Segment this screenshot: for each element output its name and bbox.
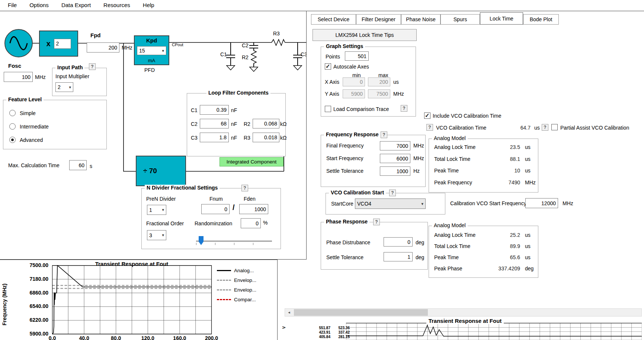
- pren-divider-combo[interactable]: 1 ▾: [147, 205, 166, 215]
- schematic-panel: x Fpd MHz Kpd 15 ▾ mA PFD CPout C1 C2 R2…: [0, 11, 307, 260]
- r3-input[interactable]: [253, 133, 279, 142]
- fractional-order-label: Fractional Order: [146, 220, 184, 226]
- r3-row-label: R3: [244, 135, 250, 141]
- max-calc-time-input[interactable]: [69, 160, 87, 170]
- y-tick-label: 6220.00: [22, 317, 48, 323]
- phase-response-groupbox: Phase Response ? Phase Distrubance deg S…: [321, 222, 428, 270]
- partial-assist-help-button[interactable]: ?: [542, 124, 548, 131]
- randomization-input[interactable]: [241, 218, 261, 228]
- r3-resistor-symbol: [272, 39, 285, 45]
- fnum-input[interactable]: [201, 204, 230, 214]
- legend-label: Compar...: [234, 297, 256, 302]
- settle-tolerance-input[interactable]: [380, 166, 410, 176]
- vco-cal-time-help-button[interactable]: ?: [426, 124, 433, 131]
- lock-time-tips-button[interactable]: LMX2594 Lock Time Tips: [313, 29, 417, 41]
- mini-transient-chart: [346, 323, 642, 340]
- transient-chart-panel: Transient Response at Fout Frequency (MH…: [0, 260, 278, 340]
- phase-analog-lock-time-label: Analog Lock Time: [434, 232, 475, 238]
- points-input[interactable]: [345, 51, 369, 61]
- menu-file[interactable]: File: [1, 0, 23, 10]
- include-vco-cal-checkbox[interactable]: [424, 112, 430, 119]
- frequency-response-title: Frequency Response: [324, 131, 381, 137]
- vco-cal-time-label: VCO Calibration Time: [436, 125, 486, 131]
- start-frequency-input[interactable]: [380, 154, 410, 163]
- cal-vco-start-freq-input[interactable]: [525, 198, 558, 208]
- feature-intermediate-radio[interactable]: [9, 123, 16, 130]
- tab-lock-time[interactable]: Lock Time: [480, 12, 523, 25]
- c2-schematic-label: C2: [242, 42, 249, 48]
- tab-phase-noise[interactable]: Phase Noise: [401, 14, 440, 25]
- mini-y-label: 423.91: [313, 330, 330, 335]
- y-tick-label: 6540.00: [22, 303, 48, 309]
- c1-schematic-label: C1: [220, 51, 227, 57]
- fractional-order-combo[interactable]: 3 ▾: [147, 230, 166, 240]
- input-multiplier-combo[interactable]: 2 ▾: [55, 82, 73, 92]
- final-frequency-input[interactable]: [380, 141, 410, 150]
- menu-data-export[interactable]: Data Export: [55, 0, 97, 10]
- graph-settings-groupbox: Graph Settings Points Autoscale Axes min…: [321, 47, 416, 117]
- frequency-response-groupbox: Frequency Response ? Final Frequency MHz…: [321, 135, 426, 187]
- legend-entry: Analog...: [217, 266, 276, 275]
- autoscale-axes-checkbox[interactable]: [325, 63, 331, 70]
- phase-settle-tolerance-input[interactable]: [384, 252, 413, 261]
- x-tick-label: 80.0: [109, 335, 124, 340]
- frequency-response-help-button[interactable]: ?: [381, 131, 387, 138]
- tab-select-device[interactable]: Select Device: [311, 14, 356, 25]
- fpd-label: Fpd: [90, 32, 101, 38]
- c1-input[interactable]: [200, 105, 229, 115]
- c2-input[interactable]: [200, 119, 229, 128]
- kpd-block: Kpd 15 ▾ mA: [134, 35, 169, 65]
- menu-resources[interactable]: Resources: [97, 0, 137, 10]
- vco-cal-time-value: 64.7: [512, 125, 531, 131]
- fpd-input[interactable]: [87, 42, 119, 53]
- c3-input[interactable]: [200, 133, 229, 142]
- menu-options[interactable]: Options: [23, 0, 55, 10]
- scrollbar-thumb[interactable]: [294, 309, 428, 316]
- fden-input[interactable]: [239, 204, 268, 214]
- r2-schematic-label: R2: [242, 54, 249, 60]
- peak-time-unit: us: [525, 168, 531, 174]
- n-divider-block[interactable]: ÷ 70: [136, 156, 186, 186]
- freq-analog-model-groupbox: Analog Model Analog Lock Time 23.5 us To…: [429, 139, 538, 193]
- partial-assist-checkbox[interactable]: [551, 124, 558, 130]
- fosc-input[interactable]: [4, 72, 33, 82]
- phase-peak-time-unit: us: [525, 254, 531, 260]
- multiplier-value-input[interactable]: [54, 39, 71, 49]
- chevron-down-icon: ▾: [162, 48, 164, 53]
- tab-spurs[interactable]: Spurs: [440, 14, 480, 25]
- menu-help[interactable]: Help: [137, 0, 161, 10]
- phase-analog-model-groupbox: Analog Model Analog Lock Time 25.2 us To…: [429, 226, 538, 278]
- load-comparison-help-button[interactable]: ?: [401, 105, 407, 112]
- max-calc-time-label: Max. Calculation Time: [8, 162, 60, 168]
- feature-simple-radio[interactable]: [9, 110, 16, 116]
- phase-response-help-button[interactable]: ?: [373, 219, 380, 225]
- input-path-help-button[interactable]: ?: [89, 63, 96, 70]
- vco-cal-start-help-button[interactable]: ?: [389, 190, 396, 196]
- n-divider-help-button[interactable]: ?: [241, 185, 248, 191]
- startcore-combo[interactable]: VCO4 ▾: [355, 198, 426, 209]
- y-tick-label: 5900.00: [22, 331, 48, 337]
- legend-line-sample: [217, 280, 231, 281]
- mini-chart-ylabels-col1: 551.87423.91405.84: [313, 326, 330, 339]
- phase-disturbance-input[interactable]: [384, 237, 413, 247]
- horizontal-scrollbar[interactable]: ◄: [285, 308, 642, 317]
- tab-filter-designer[interactable]: Filter Designer: [356, 14, 401, 25]
- settle-tolerance-label: Settle Tolerance: [326, 168, 363, 174]
- feature-advanced-radio[interactable]: [9, 137, 16, 143]
- peak-frequency-label: Peak Frequency: [434, 179, 472, 185]
- oscillator-icon[interactable]: [4, 29, 33, 57]
- randomization-slider-track[interactable]: [196, 241, 272, 242]
- tab-bode-plot[interactable]: Bode Plot: [523, 14, 559, 25]
- analog-lock-time-label: Analog Lock Time: [434, 144, 475, 150]
- cal-vco-start-freq-label: Calibration VCO Start Frequency: [450, 200, 526, 206]
- input-multiplier-value: 2: [58, 84, 61, 90]
- final-frequency-label: Final Frequency: [326, 143, 363, 149]
- kpd-current-combo[interactable]: 15 ▾: [137, 46, 166, 55]
- scroll-left-arrow-icon[interactable]: ◄: [285, 309, 293, 316]
- c2-r2-branch-symbol: [249, 42, 258, 72]
- start-frequency-label: Start Frequency: [326, 155, 363, 161]
- load-comparison-trace-checkbox[interactable]: [325, 106, 331, 112]
- points-label: Points: [326, 54, 340, 60]
- startcore-value: VCO4: [357, 201, 371, 207]
- r2-input[interactable]: [253, 119, 279, 128]
